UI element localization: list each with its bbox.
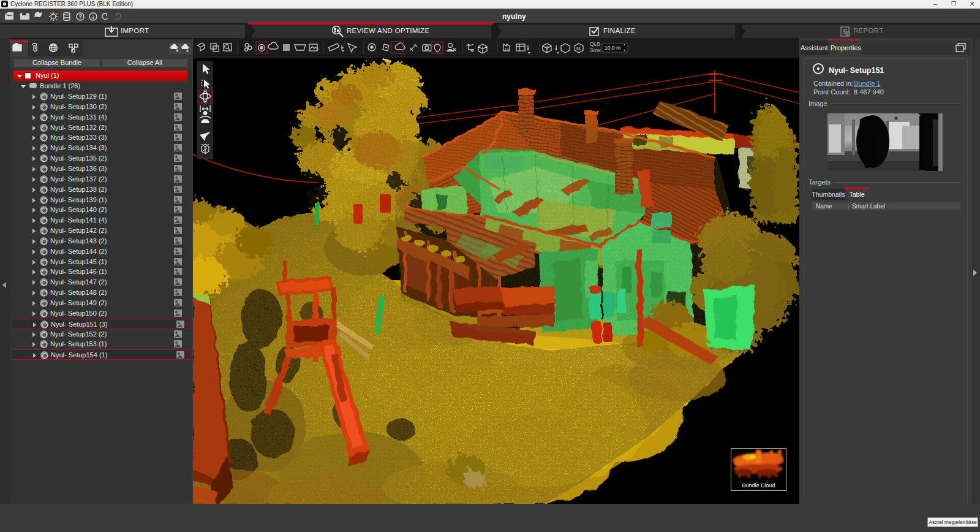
svg-text:QLB: QLB: [590, 41, 600, 47]
svg-text:10,0 m: 10,0 m: [605, 45, 620, 51]
svg-text:Size:: Size:: [590, 47, 601, 53]
svg-text:M: M: [576, 46, 581, 51]
